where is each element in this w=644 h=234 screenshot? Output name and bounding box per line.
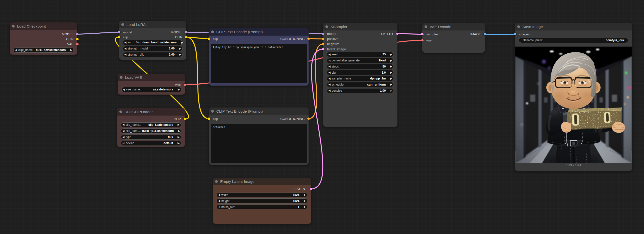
node-load-checkpoint[interactable]: Load Checkpoint MODEL CLIP VAE ◀ ckpt_na… (10, 22, 78, 55)
increment-arrow-icon[interactable]: ▶ (390, 53, 392, 56)
port-clip-output[interactable] (185, 36, 188, 38)
node-titlebar[interactable]: Load LoRA (119, 21, 186, 28)
port-vae-input[interactable] (421, 39, 424, 42)
decrement-arrow-icon[interactable]: ◀ (124, 41, 126, 44)
node-save-image[interactable]: Save Image images filename_prefix comfyu… (515, 23, 632, 171)
node-titlebar[interactable]: VAE Decode (422, 23, 485, 30)
widget-vae-name[interactable]: ◀ vae_name ae.safetensors ▶ (121, 87, 182, 92)
node-titlebar[interactable]: CLIP Text Encode (Prompt) (209, 28, 308, 36)
port-negative-input[interactable] (322, 43, 324, 45)
port-clip-output[interactable] (76, 38, 78, 40)
increment-arrow-icon[interactable]: ▶ (390, 89, 392, 92)
decrement-arrow-icon[interactable]: ◀ (123, 88, 125, 91)
port-model-input[interactable] (118, 31, 120, 33)
increment-arrow-icon[interactable]: ▶ (390, 71, 392, 74)
node-dual-clip-loader[interactable]: DualCLIPLoader CLIP ◀ clip_name1 clip_l.… (117, 108, 185, 147)
decrement-arrow-icon[interactable]: ◀ (328, 71, 330, 74)
widget-sampler-name[interactable]: ◀ sampler_name dpmpp_2m ▶ (327, 76, 394, 81)
port-latent-image-input[interactable] (322, 48, 324, 50)
widget-control-after-generate[interactable]: ◀ control after generate fixed ▶ (327, 58, 394, 63)
node-clip-text-encode-positive[interactable]: CLIP Text Encode (Prompt) clip CONDITION… (209, 28, 308, 86)
node-titlebar[interactable]: DualCLIPLoader (117, 108, 185, 116)
port-clip-input[interactable] (208, 37, 210, 40)
prompt-textarea[interactable]: tjtoy toy holding sparkgpu gpu in a data… (211, 44, 307, 83)
port-image-output[interactable] (484, 33, 486, 35)
node-ksampler[interactable]: KSampler model LATENT positive negative … (323, 23, 398, 127)
widget-clip-name1[interactable]: ◀ clip_name1 clip_l.safetensors ▶ (121, 122, 181, 127)
widget-ckpt-name[interactable]: ◀ ckpt_name flux1-dev.safetensors ▶ (14, 47, 74, 53)
increment-arrow-icon[interactable]: ▶ (390, 77, 392, 80)
widget-filename-prefix[interactable]: filename_prefix comfyui_lora (519, 38, 628, 43)
node-vae-decode[interactable]: VAE Decode samples IMAGE vae (422, 23, 485, 53)
increment-arrow-icon[interactable]: ▶ (181, 41, 183, 44)
port-model-input[interactable] (322, 33, 324, 35)
widget-device[interactable]: ◀ device default ▶ (121, 141, 181, 146)
port-conditioning-output[interactable] (307, 117, 310, 120)
decrement-arrow-icon[interactable]: ◀ (122, 130, 124, 133)
decrement-arrow-icon[interactable]: ◀ (15, 49, 17, 52)
increment-arrow-icon[interactable]: ▶ (390, 59, 392, 62)
increment-arrow-icon[interactable]: ▶ (304, 206, 306, 209)
decrement-arrow-icon[interactable]: ◀ (124, 47, 126, 50)
port-clip-input[interactable] (208, 117, 210, 120)
decrement-arrow-icon[interactable]: ◀ (328, 89, 330, 92)
decrement-arrow-icon[interactable]: ◀ (218, 194, 220, 197)
decrement-arrow-icon[interactable]: ◀ (124, 53, 126, 56)
widget-steps[interactable]: ◀ steps 50 ▶ (327, 64, 394, 69)
port-latent-output[interactable] (396, 33, 399, 35)
increment-arrow-icon[interactable]: ▶ (390, 83, 392, 86)
widget-height[interactable]: ◀ height 1024 ▶ (216, 198, 307, 204)
increment-arrow-icon[interactable]: ▶ (304, 194, 306, 197)
node-titlebar[interactable]: Load VAE (118, 74, 185, 81)
increment-arrow-icon[interactable]: ▶ (178, 136, 180, 139)
port-vae-output[interactable] (76, 43, 78, 45)
node-titlebar[interactable]: Save Image (515, 23, 632, 30)
port-clip-output[interactable] (184, 118, 186, 120)
port-latent-output[interactable] (310, 188, 312, 190)
decrement-arrow-icon[interactable]: ◀ (328, 53, 330, 56)
node-titlebar[interactable]: Empty Latent Image (213, 178, 311, 185)
increment-arrow-icon[interactable]: ▶ (178, 123, 180, 126)
increment-arrow-icon[interactable]: ▶ (178, 88, 180, 91)
increment-arrow-icon[interactable]: ▶ (179, 53, 181, 56)
decrement-arrow-icon[interactable]: ◀ (218, 200, 220, 203)
widget-strength-model[interactable]: ◀ strength_model 1.00 ▶ (123, 46, 182, 51)
decrement-arrow-icon[interactable]: ◀ (122, 136, 124, 139)
port-clip-input[interactable] (118, 36, 120, 38)
decrement-arrow-icon[interactable]: ◀ (122, 142, 124, 145)
port-images-input[interactable] (514, 33, 516, 35)
node-titlebar[interactable]: KSampler (323, 23, 398, 30)
widget-batch-size[interactable]: ◀ batch_size 1 ▶ (216, 205, 307, 210)
increment-arrow-icon[interactable]: ▶ (179, 47, 181, 50)
decrement-arrow-icon[interactable]: ◀ (218, 206, 220, 209)
node-load-lora[interactable]: Load LoRA model MODEL clip CLIP ◀ lor ..… (119, 21, 186, 60)
decrement-arrow-icon[interactable]: ◀ (328, 83, 330, 86)
node-titlebar[interactable]: CLIP Text Encode (Prompt) (209, 107, 308, 115)
widget-scheduler[interactable]: ◀ scheduler sgm_uniform ▶ (327, 82, 394, 87)
decrement-arrow-icon[interactable]: ◀ (328, 59, 330, 62)
increment-arrow-icon[interactable]: ▶ (178, 130, 180, 133)
node-empty-latent-image[interactable]: Empty Latent Image LATENT ◀ width 1024 ▶… (213, 178, 311, 224)
widget-lora-name[interactable]: ◀ lor ... flux_dreambooth.safetensors ▶ (123, 40, 182, 45)
prompt-textarea[interactable]: deformed (211, 124, 307, 163)
widget-strength-clip[interactable]: ◀ strength_clip 1.00 ▶ (123, 52, 182, 57)
node-graph-canvas[interactable]: Load Checkpoint MODEL CLIP VAE ◀ ckpt_na… (0, 0, 644, 234)
generated-image-preview[interactable] (515, 46, 632, 163)
node-clip-text-encode-negative[interactable]: CLIP Text Encode (Prompt) clip CONDITION… (209, 107, 308, 165)
widget-width[interactable]: ◀ width 1024 ▶ (216, 193, 307, 198)
node-titlebar[interactable]: Load Checkpoint (10, 22, 78, 30)
port-positive-input[interactable] (322, 38, 324, 40)
port-model-output[interactable] (76, 33, 78, 35)
decrement-arrow-icon[interactable]: ◀ (328, 65, 330, 68)
increment-arrow-icon[interactable]: ▶ (178, 142, 180, 145)
decrement-arrow-icon[interactable]: ◀ (328, 77, 330, 80)
port-vae-output[interactable] (184, 84, 186, 86)
increment-arrow-icon[interactable]: ▶ (304, 200, 306, 203)
node-load-vae[interactable]: Load VAE VAE ◀ vae_name ae.safetensors ▶ (118, 74, 185, 95)
increment-arrow-icon[interactable]: ▶ (70, 49, 72, 52)
decrement-arrow-icon[interactable]: ◀ (122, 123, 124, 126)
widget-clip-name2[interactable]: ◀ clip_nam ... t5xxl_fp16.safetensors ▶ (121, 128, 181, 134)
widget-type[interactable]: ◀ type flux ▶ (121, 135, 181, 140)
increment-arrow-icon[interactable]: ▶ (390, 65, 392, 68)
widget-denoise[interactable]: ◀ denoise 1.00 ▶ (327, 88, 394, 93)
